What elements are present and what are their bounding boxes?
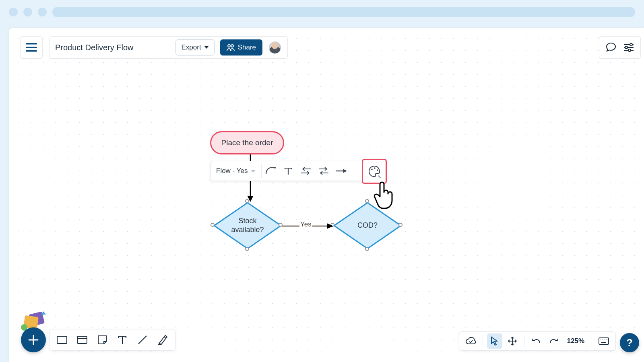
svg-point-41 [607,339,607,340]
window-dot [38,8,47,16]
curved-line-icon [265,167,276,175]
export-button[interactable]: Export [175,39,215,56]
svg-point-4 [231,45,233,47]
stock-decision-node[interactable]: Stock available? [213,202,282,249]
palette-icon [368,165,381,178]
rectangle-tool[interactable] [53,331,71,349]
url-bar [52,7,635,17]
export-label: Export [182,43,201,51]
caret-down-icon [251,170,256,173]
window-dot [9,8,18,16]
plus-icon [27,334,39,346]
add-shape-button[interactable] [21,327,46,352]
comments-button[interactable] [603,40,619,55]
svg-rect-1 [26,47,37,48]
arrow-right-icon [336,168,347,174]
pan-tool[interactable] [505,333,520,349]
svg-point-10 [628,49,631,51]
svg-point-39 [603,339,603,340]
redo-icon [549,337,558,345]
share-label: Share [238,43,256,51]
chat-bubble-icon [605,42,617,53]
text-icon [118,335,127,345]
svg-point-22 [377,169,378,171]
hamburger-icon [26,43,37,52]
line-icon [137,334,148,346]
svg-rect-42 [601,342,606,343]
arrowhead-button[interactable] [332,162,350,180]
svg-rect-33 [57,336,67,343]
connector-context-toolbar: Flow - Yes [210,161,384,181]
stock-node-label: Stock available? [213,202,282,249]
svg-marker-19 [343,169,347,173]
settings-button[interactable] [621,40,636,55]
undo-icon [532,337,541,345]
people-icon [227,44,235,51]
card-icon [76,335,88,345]
sync-status[interactable] [463,333,479,349]
divider [483,335,483,347]
svg-point-8 [625,46,627,49]
text-tool[interactable] [113,331,132,349]
help-label: ? [626,337,633,349]
svg-rect-0 [26,43,37,45]
redo-button[interactable] [546,333,561,349]
swap-arrows-icon [318,167,329,175]
document-title[interactable]: Product Delivery Flow [55,43,170,52]
text-icon [284,167,293,175]
cursor-hand-icon [373,179,397,212]
select-tool[interactable] [487,333,502,349]
svg-marker-23 [378,175,381,178]
line-tool[interactable] [133,331,152,349]
svg-line-36 [138,336,147,344]
canvas[interactable]: Product Delivery Flow Export Share [9,28,644,362]
caret-down-icon [204,46,208,49]
connector-type-select[interactable]: Flow - Yes [211,161,261,181]
highlighter-icon [157,334,168,346]
svg-point-17 [274,167,276,169]
share-button[interactable]: Share [220,39,262,56]
zoom-level[interactable]: 125% [564,337,588,345]
text-button[interactable] [279,162,297,180]
svg-rect-2 [26,50,37,52]
start-node-label: Place the order [221,138,273,147]
connector-type-label: Flow - Yes [216,167,248,175]
arrow-end-button[interactable] [315,162,332,180]
svg-point-3 [228,45,230,47]
svg-point-20 [371,169,373,170]
shape-toolbar [49,329,175,351]
divider [592,335,592,347]
move-icon [508,336,517,346]
svg-rect-34 [77,336,87,343]
cloud-check-icon [465,337,477,346]
svg-point-38 [601,339,601,340]
cursor-icon [490,336,499,346]
help-button[interactable]: ? [620,333,639,352]
card-tool[interactable] [73,331,91,349]
svg-rect-37 [599,338,609,344]
svg-marker-16 [327,223,333,229]
window-dot [23,8,32,16]
rectangle-icon [56,335,68,345]
svg-point-6 [630,43,632,46]
start-node[interactable]: Place the order [210,131,284,154]
divider [524,335,524,347]
arrow-left-right-icon [300,167,312,175]
header-toolbar: Product Delivery Flow Export Share [49,36,288,59]
svg-point-21 [374,167,376,169]
sticky-note-icon [97,335,107,345]
browser-chrome [0,0,644,24]
user-avatar[interactable] [268,41,282,54]
status-bar: 125% [459,331,616,351]
line-style-button[interactable] [262,162,279,180]
keyboard-shortcuts-button[interactable] [596,333,611,349]
sticky-note-tool[interactable] [93,331,111,349]
svg-point-40 [605,339,605,340]
sliders-icon [623,43,634,52]
highlighter-tool[interactable] [153,331,172,349]
arrow-start-button[interactable] [297,162,315,180]
flow-yes-label[interactable]: Yes [299,220,312,228]
right-toolbar [599,36,641,59]
main-menu-button[interactable] [20,36,43,59]
undo-button[interactable] [528,333,544,349]
